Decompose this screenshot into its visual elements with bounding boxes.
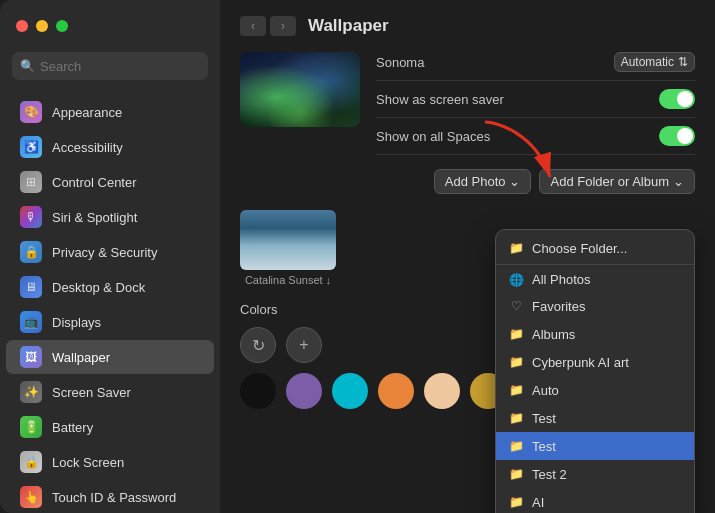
add-folder-dropdown: 📁 Choose Folder... 🌐 All Photos ♡ Favori…	[495, 229, 695, 513]
sidebar-label-siri: Siri & Spotlight	[52, 210, 137, 225]
close-button[interactable]	[16, 20, 28, 32]
sidebar-label-wallpaper: Wallpaper	[52, 350, 110, 365]
add-photo-label: Add Photo	[445, 174, 506, 189]
dropdown-label-choose-folder: Choose Folder...	[532, 241, 627, 256]
chevron-down-icon-2: ⌄	[673, 174, 684, 189]
page-title: Wallpaper	[308, 16, 389, 36]
sidebar-label-displays: Displays	[52, 315, 101, 330]
content-area: Sonoma Automatic ⇅ Show as screen saver …	[220, 52, 715, 513]
sidebar-icon-desktop: 🖥	[20, 276, 42, 298]
sidebar-label-control-center: Control Center	[52, 175, 137, 190]
screen-saver-label: Show as screen saver	[376, 92, 504, 107]
all-spaces-label: Show on all Spaces	[376, 129, 490, 144]
sidebar-icon-battery: 🔋	[20, 416, 42, 438]
dropdown-label-ai2: AI	[532, 495, 544, 510]
main-header: ‹ › Wallpaper	[220, 0, 715, 52]
wallpaper-name-label: Sonoma	[376, 55, 424, 70]
sidebar-icon-touchid: 👆	[20, 486, 42, 508]
color-peach[interactable]	[424, 373, 460, 409]
sidebar-item-privacy[interactable]: 🔒 Privacy & Security	[6, 235, 214, 269]
color-orange[interactable]	[378, 373, 414, 409]
minimize-button[interactable]	[36, 20, 48, 32]
wallpaper-name-row: Sonoma Automatic ⇅	[376, 52, 695, 81]
dropdown-item-all-photos[interactable]: 🌐 All Photos	[496, 264, 694, 292]
dropdown-label-favorites: Favorites	[532, 299, 585, 314]
color-purple[interactable]	[286, 373, 322, 409]
color-cyan[interactable]	[332, 373, 368, 409]
dropdown-icon-favorites: ♡	[508, 298, 524, 314]
dropdown-item-choose-folder[interactable]: 📁 Choose Folder...	[496, 234, 694, 262]
refresh-colors-button[interactable]: ↻	[240, 327, 276, 363]
sidebar-item-touchid[interactable]: 👆 Touch ID & Password	[6, 480, 214, 513]
sidebar-item-accessibility[interactable]: ♿ Accessibility	[6, 130, 214, 164]
sidebar-label-appearance: Appearance	[52, 105, 122, 120]
wallpaper-mode-select[interactable]: Automatic ⇅	[614, 52, 695, 72]
sidebar-icon-siri: 🎙	[20, 206, 42, 228]
nav-buttons: ‹ ›	[240, 16, 296, 36]
all-spaces-toggle[interactable]	[659, 126, 695, 146]
dropdown-label-test1: Test	[532, 411, 556, 426]
back-button[interactable]: ‹	[240, 16, 266, 36]
add-color-button[interactable]: +	[286, 327, 322, 363]
sidebar-item-wallpaper[interactable]: 🖼 Wallpaper	[6, 340, 214, 374]
forward-button[interactable]: ›	[270, 16, 296, 36]
dropdown-icon-ai2: 📁	[508, 494, 524, 510]
dropdown-item-auto[interactable]: 📁 Auto	[496, 376, 694, 404]
sidebar-item-control-center[interactable]: ⊞ Control Center	[6, 165, 214, 199]
sidebar-icon-privacy: 🔒	[20, 241, 42, 263]
sidebar-icon-control-center: ⊞	[20, 171, 42, 193]
wallpaper-controls: Sonoma Automatic ⇅ Show as screen saver …	[376, 52, 695, 155]
all-spaces-row: Show on all Spaces	[376, 118, 695, 155]
dropdown-icon-all-photos: 🌐	[508, 272, 524, 288]
dropdown-item-favorites[interactable]: ♡ Favorites	[496, 292, 694, 320]
sidebar-label-screensaver: Screen Saver	[52, 385, 131, 400]
dropdown-item-test2[interactable]: 📁 Test	[496, 432, 694, 460]
dropdown-icon-test2: 📁	[508, 438, 524, 454]
thumbnail-label: Catalina Sunset ↓	[245, 274, 331, 286]
chevron-up-down-icon: ⇅	[678, 55, 688, 69]
sidebar-item-desktop[interactable]: 🖥 Desktop & Dock	[6, 270, 214, 304]
sidebar-icon-accessibility: ♿	[20, 136, 42, 158]
wallpaper-top: Sonoma Automatic ⇅ Show as screen saver …	[240, 52, 695, 155]
sidebar-label-battery: Battery	[52, 420, 93, 435]
dropdown-label-auto: Auto	[532, 383, 559, 398]
thumbnail-image[interactable]	[240, 210, 336, 270]
maximize-button[interactable]	[56, 20, 68, 32]
sidebar-item-appearance[interactable]: 🎨 Appearance	[6, 95, 214, 129]
dropdown-icon-test1: 📁	[508, 410, 524, 426]
screen-saver-row: Show as screen saver	[376, 81, 695, 118]
search-box[interactable]: 🔍	[12, 52, 208, 80]
dropdown-item-albums[interactable]: 📁 Albums	[496, 320, 694, 348]
screen-saver-toggle[interactable]	[659, 89, 695, 109]
sidebar-label-desktop: Desktop & Dock	[52, 280, 145, 295]
dropdown-icon-test3: 📁	[508, 466, 524, 482]
sidebar-icon-screensaver: ✨	[20, 381, 42, 403]
dropdown-item-test3[interactable]: 📁 Test 2	[496, 460, 694, 488]
wallpaper-preview-image[interactable]	[240, 52, 360, 127]
dropdown-item-ai2[interactable]: 📁 AI	[496, 488, 694, 513]
sidebar-item-siri[interactable]: 🎙 Siri & Spotlight	[6, 200, 214, 234]
thumbnail-item: Catalina Sunset ↓	[240, 210, 336, 286]
dropdown-label-all-photos: All Photos	[532, 272, 591, 287]
sidebar-item-displays[interactable]: 📺 Displays	[6, 305, 214, 339]
dropdown-label-test2: Test	[532, 439, 556, 454]
dropdown-item-test1[interactable]: 📁 Test	[496, 404, 694, 432]
wallpaper-mode-value: Automatic	[621, 55, 674, 69]
sidebar-label-lock: Lock Screen	[52, 455, 124, 470]
color-black[interactable]	[240, 373, 276, 409]
search-input[interactable]	[40, 59, 200, 74]
sidebar-item-lock[interactable]: 🔒 Lock Screen	[6, 445, 214, 479]
add-buttons-row: Add Photo ⌄ Add Folder or Album ⌄ 📁 Choo…	[240, 169, 695, 194]
dropdown-icon-albums: 📁	[508, 326, 524, 342]
dropdown-icon-choose-folder: 📁	[508, 240, 524, 256]
sidebar-item-battery[interactable]: 🔋 Battery	[6, 410, 214, 444]
add-folder-label: Add Folder or Album	[550, 174, 669, 189]
sidebar: 🔍 🎨 Appearance ♿ Accessibility ⊞ Control…	[0, 0, 220, 513]
sidebar-icon-lock: 🔒	[20, 451, 42, 473]
main-content: ‹ › Wallpaper Sonoma Automatic ⇅ Show as…	[220, 0, 715, 513]
add-photo-button[interactable]: Add Photo ⌄	[434, 169, 532, 194]
sidebar-item-screensaver[interactable]: ✨ Screen Saver	[6, 375, 214, 409]
add-folder-button[interactable]: Add Folder or Album ⌄	[539, 169, 695, 194]
dropdown-icon-auto: 📁	[508, 382, 524, 398]
dropdown-item-cyberpunk[interactable]: 📁 Cyberpunk AI art	[496, 348, 694, 376]
